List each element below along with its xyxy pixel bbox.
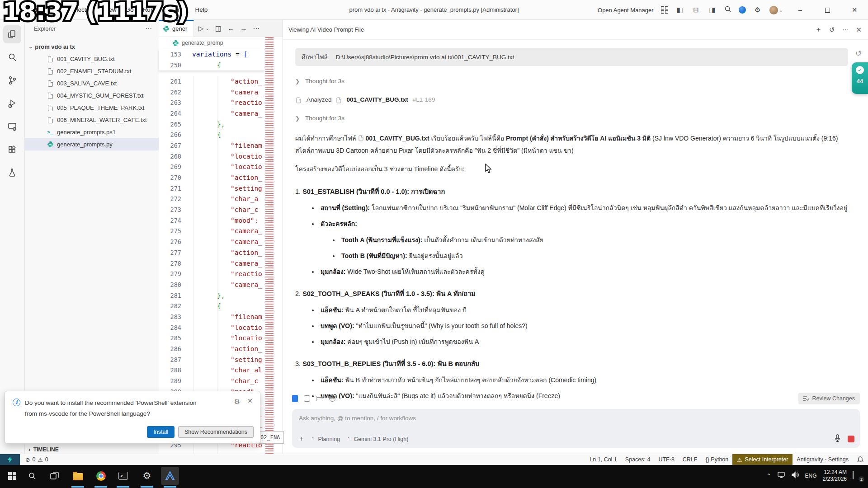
task-view-icon[interactable] [44, 465, 64, 487]
show-recommendations-button[interactable]: Show Recommendations [178, 426, 254, 438]
sticky-line-250[interactable]: 250{ [159, 60, 264, 70]
select-interpreter-button[interactable]: ⚠ Select Interpreter [732, 454, 793, 465]
code-line-261[interactable]: 261"action_ [159, 76, 264, 87]
stop-generation-button[interactable] [848, 436, 854, 442]
code-line-268[interactable]: 268"locatio [159, 151, 264, 162]
explorer-file-003_SALIVA_CAVE.txt[interactable]: 003_SALIVA_CAVE.txt [25, 77, 159, 89]
code-line-280[interactable]: 280"camera_ [159, 279, 264, 290]
review-changes-button[interactable]: Review Changes [798, 393, 860, 404]
folder-root[interactable]: ⌄ prom vdo ai tx [25, 41, 159, 53]
code-line-274[interactable]: 274"mood": [159, 215, 264, 226]
run-dropdown-icon[interactable]: ⌄ [206, 26, 209, 31]
explorer-icon[interactable] [3, 25, 21, 43]
attachment-doc-icon[interactable] [304, 395, 310, 402]
code-line-284[interactable]: 284"locatio [159, 322, 264, 333]
taskbar-search-icon[interactable] [22, 465, 42, 487]
status-indentation[interactable]: Spaces: 4 [621, 456, 655, 463]
terminal-icon[interactable]: >_ [113, 465, 133, 487]
close-button[interactable]: ✕ [844, 0, 864, 20]
code-line-270[interactable]: 270"action_ [159, 172, 264, 183]
toggle-panel-icon[interactable]: ⊟ [692, 6, 701, 14]
attachment-page-icon[interactable] [292, 395, 298, 402]
status-eol[interactable]: CRLF [679, 456, 702, 463]
code-line-262[interactable]: 262"camera_ [159, 87, 264, 98]
chrome-icon[interactable] [91, 465, 111, 487]
code-line-286[interactable]: 286"action_ [159, 343, 264, 354]
toggle-sidebar-icon[interactable]: ◧ [675, 6, 684, 14]
explorer-file-004_MYSTIC_GUM_FOREST.txt[interactable]: 004_MYSTIC_GUM_FOREST.txt [25, 89, 159, 102]
code-line-283[interactable]: 283"filenam [159, 311, 264, 322]
attachment-globe-icon[interactable] [329, 395, 335, 402]
analyzed-row[interactable]: Analyzed 001_CAVITY_BUG.txt #L1-169 [295, 96, 848, 103]
code-line-264[interactable]: 264"camera_ [159, 108, 264, 119]
remote-indicator[interactable] [0, 454, 20, 465]
search-sidebar-icon[interactable] [3, 48, 21, 66]
panel-close-icon[interactable]: ✕ [856, 26, 862, 34]
attachment-card-icon[interactable] [316, 396, 323, 401]
code-line-267[interactable]: 267"filenam [159, 140, 264, 151]
taskbar-settings-icon[interactable]: ⚙ [137, 465, 157, 487]
code-line-282[interactable]: 282{ [159, 300, 264, 311]
settings-gear-icon[interactable]: ⚙ [753, 6, 762, 14]
thought-row[interactable]: ❯ Thought for 3s [295, 78, 848, 84]
explorer-file-002_ENAMEL_STADIUM.txt[interactable]: 002_ENAMEL_STADIUM.txt [25, 65, 159, 77]
panel-more-actions-icon[interactable]: ⋯ [842, 26, 849, 34]
file-explorer-icon[interactable] [68, 465, 88, 487]
code-line-276[interactable]: 276"camera_ [159, 236, 264, 247]
code-line-279[interactable]: 279"reactio [159, 268, 264, 279]
status-settings[interactable]: Antigravity - Settings [793, 456, 853, 463]
sticky-scroll[interactable]: 153variations = [250{ [159, 49, 264, 70]
code-line-265[interactable]: 265}, [159, 119, 264, 130]
analyzed-file[interactable]: 001_CAVITY_BUG.txt [347, 96, 408, 103]
remote-explorer-icon[interactable] [3, 117, 21, 136]
code-line-273[interactable]: 273"char_c [159, 204, 264, 215]
account-avatar[interactable]: ⌄ [769, 6, 783, 14]
explorer-file-006_MINERAL_WATER_CAFE.txt[interactable]: 006_MINERAL_WATER_CAFE.txt [25, 114, 159, 126]
new-chat-icon[interactable]: ＋ [815, 25, 822, 34]
source-control-icon[interactable] [3, 71, 21, 89]
code-line-281[interactable]: 281}, [159, 290, 264, 301]
code-line-266[interactable]: 266{ [159, 129, 264, 140]
assistant-orb-icon[interactable] [739, 6, 746, 14]
notifications-bell-icon[interactable] [853, 455, 868, 464]
toggle-secondary-sidebar-icon[interactable]: ◨ [708, 6, 717, 14]
testing-flask-icon[interactable] [3, 164, 21, 182]
problems-status[interactable]: ⊘0 ⚠0 [25, 456, 48, 463]
mode-selector[interactable]: Planning [318, 436, 340, 442]
status-cursor-position[interactable]: Ln 1, Col 1 [585, 456, 621, 463]
split-editor-icon[interactable]: ◫ [215, 24, 222, 33]
notification-center-icon[interactable]: 2 [853, 471, 863, 480]
code-line-263[interactable]: 263"reactio [159, 97, 264, 108]
code-line-278[interactable]: 278"camera_ [159, 258, 264, 269]
hidden-icons-chevron[interactable]: ⌃ [767, 473, 771, 479]
menu-help[interactable]: Help [190, 5, 212, 15]
notification-settings-icon[interactable]: ⚙ [234, 398, 240, 406]
go-forward-icon[interactable]: → [240, 24, 247, 32]
maximize-button[interactable] [817, 0, 837, 20]
timeline-section[interactable]: › TIMELINE [28, 446, 155, 453]
search-icon[interactable] [724, 5, 731, 14]
go-back-icon[interactable]: ← [227, 24, 234, 32]
extensions-icon[interactable] [3, 141, 21, 159]
code-line-271[interactable]: 271"setting [159, 183, 264, 194]
speaker-icon[interactable] [791, 471, 799, 480]
model-selector[interactable]: Gemini 3.1 Pro (High) [354, 436, 408, 442]
thought-row[interactable]: ❯ Thought for 3s [295, 115, 848, 122]
status-encoding[interactable]: UTF-8 [654, 456, 678, 463]
explorer-file-005_PLAQUE_THEME_PARK.txt[interactable]: 005_PLAQUE_THEME_PARK.txt [25, 102, 159, 114]
open-agent-manager-button[interactable]: Open Agent Manager [598, 7, 654, 14]
agent-grid-icon[interactable] [661, 6, 668, 14]
code-line-288[interactable]: 288"char_al [159, 365, 264, 376]
run-debug-icon[interactable] [3, 94, 21, 113]
code-line-289[interactable]: 289"char_c [159, 375, 264, 386]
code-line-272[interactable]: 272"char_a [159, 194, 264, 205]
breadcrumb[interactable]: generate_promp [159, 37, 283, 49]
sticky-line-153[interactable]: 153variations = [ [159, 49, 264, 60]
explorer-file-generate_prompts.py[interactable]: generate_prompts.py [25, 138, 159, 150]
notification-close-icon[interactable]: ✕ [247, 397, 253, 404]
code-line-275[interactable]: 275"camera_ [159, 226, 264, 237]
tool-call-box[interactable]: ศึกษาไฟล์ D:\Users\sj88studio\Pictures\p… [295, 48, 848, 66]
install-button[interactable]: Install [147, 426, 175, 438]
agent-quota-badge[interactable]: ✓ 44 [852, 62, 868, 94]
code-line-277[interactable]: 277"action_ [159, 247, 264, 258]
